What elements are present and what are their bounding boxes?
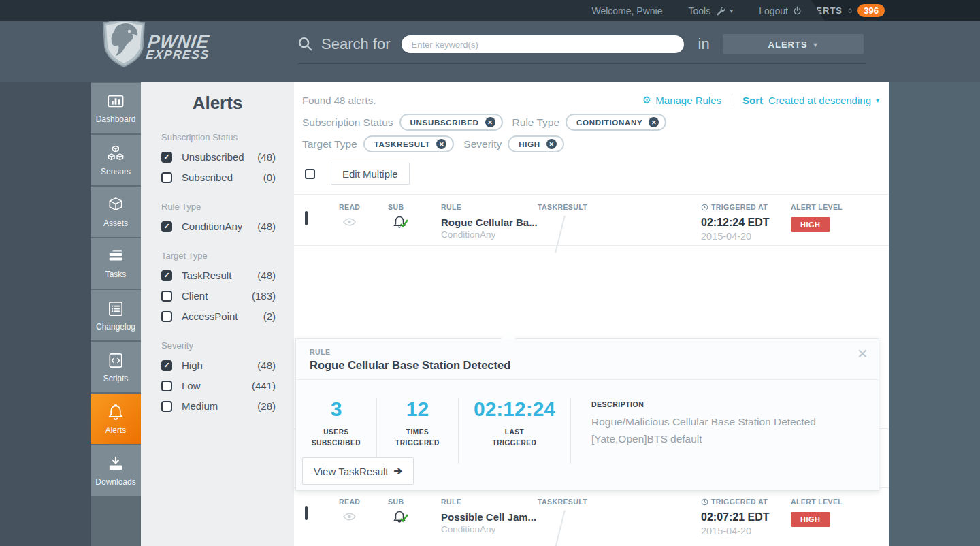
filter-option-conditionany[interactable]: ✓ ConditionAny (48) — [161, 221, 276, 232]
sidebar-item-dashboard[interactable]: Dashboard — [91, 83, 141, 133]
triggered-time: 02:12:24 EDT — [701, 216, 791, 229]
checkbox-unchecked[interactable] — [161, 311, 172, 322]
sidebar-item-label: Dashboard — [96, 114, 136, 124]
filter-option-accesspoint[interactable]: AccessPoint (2) — [161, 310, 276, 322]
filter-option-low[interactable]: Low (441) — [161, 380, 276, 391]
remove-chip-icon[interactable]: ✕ — [436, 139, 446, 149]
rule-name-link[interactable]: Rogue Cellular Ba... — [441, 216, 538, 228]
alerts-shortcut[interactable]: ALERTS 396 — [803, 0, 980, 21]
chip-value: CONDITIONANY — [576, 118, 642, 127]
filter-panel-title: Alerts — [161, 93, 274, 114]
sidebar-item-scripts[interactable]: Scripts — [91, 342, 141, 392]
search-scope-dropdown[interactable]: ALERTS ▾ — [723, 34, 864, 54]
chip-pill-high[interactable]: HIGH ✕ — [508, 135, 564, 152]
sidebar-item-downloads[interactable]: Downloads — [91, 445, 141, 496]
column-header-read: READ — [339, 203, 388, 211]
search-bar: Search for in ALERTS ▾ — [298, 34, 864, 54]
search-in-label: in — [698, 35, 710, 53]
stat-last-triggered: 02:12:24 LASTTRIGGERED — [459, 398, 571, 464]
checkbox-unchecked[interactable] — [161, 172, 172, 183]
column-header-level: ALERT LEVEL — [791, 203, 889, 211]
manage-rules-link[interactable]: Manage Rules — [655, 95, 721, 106]
stat-value: 02:12:24 — [459, 398, 570, 421]
column-header-sub: SUB — [388, 498, 441, 506]
brand-line2: EXPRESS — [145, 50, 210, 61]
row-checkbox[interactable] — [305, 211, 308, 225]
sidebar: Dashboard Sensors Assets Tasks Changelog… — [91, 82, 141, 546]
sidebar-item-assets[interactable]: Assets — [91, 187, 141, 237]
view-taskresult-button[interactable]: View TaskResult ➔ — [302, 457, 414, 485]
remove-chip-icon[interactable]: ✕ — [485, 117, 495, 127]
search-input[interactable] — [402, 35, 684, 53]
filter-option-count: (48) — [257, 270, 276, 281]
divider — [732, 94, 732, 106]
sidebar-item-tasks[interactable]: Tasks — [91, 238, 141, 289]
chip-pill-taskresult[interactable]: TASKRESULT ✕ — [363, 135, 455, 152]
column-header-taskresult: TASKRESULT — [538, 498, 701, 506]
sidebar-item-sensors[interactable]: Sensors — [91, 135, 141, 185]
close-icon[interactable]: × — [858, 344, 868, 362]
subscribe-bell-check-icon[interactable] — [392, 509, 410, 526]
pwnie-horse-shield-icon — [97, 16, 151, 69]
chip-label: Target Type — [302, 138, 357, 150]
chip-label: Severity — [463, 138, 502, 150]
filter-option-label: AccessPoint — [182, 310, 238, 322]
chevron-down-icon[interactable]: ▾ — [876, 97, 879, 104]
subscribe-bell-check-icon[interactable] — [392, 214, 410, 231]
filter-option-subscribed[interactable]: Subscribed (0) — [161, 172, 276, 183]
clock-icon — [701, 498, 708, 506]
filter-option-high[interactable]: ✓ High (48) — [161, 359, 276, 371]
row-checkbox[interactable] — [305, 506, 308, 520]
rule-name-link[interactable]: Possible Cell Jam... — [441, 511, 538, 523]
logout-button[interactable]: Logout — [759, 5, 802, 16]
popover-rule-name: Rogue Cellular Base Station Detected — [310, 359, 865, 372]
cubes-icon — [106, 144, 125, 163]
welcome-user[interactable]: Welcome, Pwnie — [591, 5, 662, 16]
popover-header: RULE Rogue Cellular Base Station Detecte… — [296, 339, 879, 380]
alert-row: READ SUB RULE Possible Cell Jam... Condi… — [294, 487, 889, 546]
brand-wordmark: PWNIE EXPRESS — [145, 34, 212, 61]
sort-value-dropdown[interactable]: Created at descending — [768, 95, 871, 106]
checkbox-checked[interactable]: ✓ — [161, 360, 172, 371]
filter-option-unsubscribed[interactable]: ✓ Unsubscribed (48) — [161, 151, 276, 163]
remove-chip-icon[interactable]: ✕ — [649, 117, 659, 127]
filter-option-taskresult[interactable]: ✓ TaskResult (48) — [161, 270, 276, 281]
checkbox-checked[interactable]: ✓ — [161, 270, 172, 281]
checkbox-unchecked[interactable] — [161, 291, 172, 302]
chip-pill-conditionany[interactable]: CONDITIONANY ✕ — [566, 114, 666, 131]
read-eye-icon[interactable] — [343, 513, 356, 521]
read-eye-icon[interactable] — [343, 218, 356, 226]
triggered-date: 2015-04-20 — [701, 526, 791, 536]
edit-multiple-button[interactable]: Edit Multiple — [331, 163, 410, 185]
gear-icon: ⚙ — [642, 94, 651, 106]
chip-subscription-status: Subscription Status UNSUBSCRIBED ✕ — [302, 114, 503, 131]
stacked-bars-icon — [106, 248, 125, 266]
sidebar-item-alerts[interactable]: Alerts — [91, 394, 141, 444]
checkbox-checked[interactable]: ✓ — [161, 221, 172, 232]
popover-description: DESCRIPTION Rogue/Malicious Cellular Bas… — [591, 398, 819, 464]
filter-option-client[interactable]: Client (183) — [161, 290, 276, 302]
results-summary: Found 48 alerts. — [302, 95, 376, 106]
results-actions: ⚙ Manage Rules Sort Created at descendin… — [642, 94, 879, 106]
sidebar-item-changelog[interactable]: Changelog — [91, 290, 141, 340]
filter-option-label: Unsubscribed — [182, 151, 244, 163]
sidebar-item-label: Tasks — [105, 270, 127, 279]
filter-option-count: (441) — [252, 380, 276, 391]
top-bar: Welcome, Pwnie Tools ▾ Logout ALERTS 396 — [0, 0, 980, 21]
checkbox-unchecked[interactable] — [161, 381, 172, 391]
column-header-read: READ — [339, 498, 388, 506]
remove-chip-icon[interactable]: ✕ — [546, 139, 557, 149]
logout-label: Logout — [759, 5, 788, 16]
brand-logo[interactable]: PWNIE EXPRESS — [97, 16, 210, 69]
chip-pill-unsubscribed[interactable]: UNSUBSCRIBED ✕ — [399, 114, 503, 131]
checkbox-unchecked[interactable] — [161, 401, 172, 412]
search-icon — [298, 37, 313, 52]
filter-option-label: Low — [182, 380, 201, 391]
filter-option-medium[interactable]: Medium (28) — [161, 400, 276, 412]
checkbox-checked[interactable]: ✓ — [161, 152, 172, 163]
left-margin-strip — [0, 64, 91, 546]
code-doc-icon — [106, 351, 125, 370]
select-all-checkbox[interactable] — [305, 169, 315, 179]
tools-menu[interactable]: Tools ▾ — [688, 5, 733, 16]
chip-label: Rule Type — [512, 116, 560, 129]
